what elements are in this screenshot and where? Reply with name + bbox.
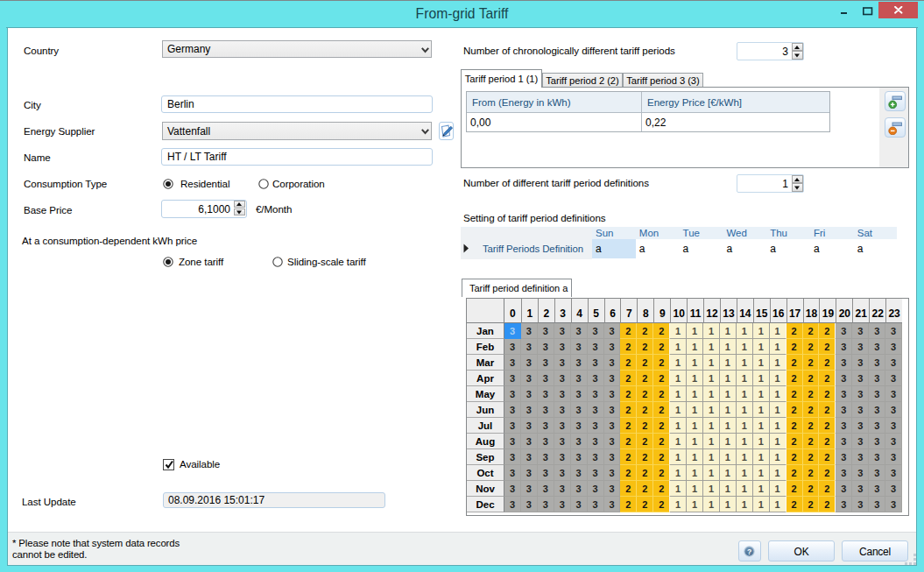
svg-text:?: ? bbox=[747, 547, 751, 555]
